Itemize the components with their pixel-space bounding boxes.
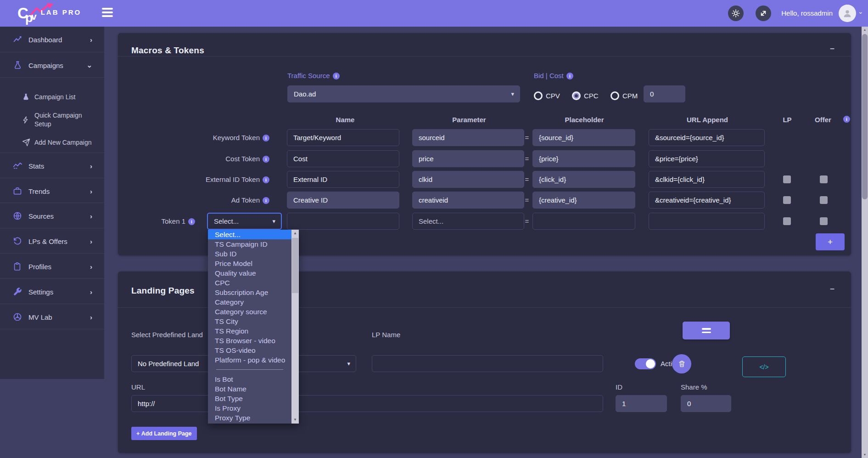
- token-name-input[interactable]: [287, 213, 399, 230]
- collapse-panel-button[interactable]: −: [827, 284, 837, 294]
- token-parameter-input[interactable]: [412, 192, 524, 209]
- token-name-input[interactable]: [287, 171, 399, 188]
- dropdown-option[interactable]: Bot Type: [208, 394, 291, 403]
- dropdown-option[interactable]: Category source: [208, 307, 291, 317]
- dropdown-option[interactable]: Category: [208, 297, 291, 307]
- sidebar-item-lps-offers[interactable]: LPs & Offers ›: [0, 228, 104, 254]
- reorder-landing-pages-button[interactable]: [683, 322, 730, 339]
- radio-cpv-label[interactable]: CPV: [546, 92, 560, 100]
- share-percent-input[interactable]: [681, 395, 731, 412]
- dropdown-scrollbar[interactable]: ▲ ▼: [291, 230, 299, 424]
- sidebar-item-stats[interactable]: Stats ›: [0, 153, 104, 178]
- radio-cpc[interactable]: [572, 91, 581, 100]
- lp-checkbox[interactable]: [783, 217, 791, 225]
- dropdown-option[interactable]: Platform - pop & video: [208, 355, 291, 365]
- sidebar-item-sources[interactable]: Sources ›: [0, 203, 104, 228]
- bid-value-input[interactable]: [644, 85, 685, 102]
- dropdown-option[interactable]: TS OS-video: [208, 345, 291, 355]
- token-url-append-input[interactable]: [649, 192, 765, 209]
- dropdown-option[interactable]: Price Model: [208, 259, 291, 268]
- lp-checkbox[interactable]: [783, 196, 791, 204]
- token-url-append-input[interactable]: [649, 213, 765, 230]
- info-icon[interactable]: i: [843, 116, 850, 123]
- sidebar-item-campaign-list[interactable]: Campaign List: [0, 87, 104, 107]
- sidebar-item-mv-lab[interactable]: MV Lab ›: [0, 304, 104, 329]
- avatar[interactable]: [839, 5, 856, 22]
- collapse-panel-button[interactable]: −: [827, 44, 837, 54]
- info-icon[interactable]: i: [566, 73, 573, 79]
- offer-checkbox[interactable]: [820, 196, 828, 204]
- user-menu-chevron-down-icon[interactable]: ⌄: [858, 8, 863, 15]
- lp-checkbox[interactable]: [783, 175, 791, 183]
- token-type-select[interactable]: Select... ▾: [207, 213, 282, 230]
- dropdown-option[interactable]: Sub ID: [208, 249, 291, 259]
- token-url-append-input[interactable]: [649, 129, 765, 146]
- theme-toggle-button[interactable]: [728, 6, 744, 21]
- dropdown-option[interactable]: Subscription Age: [208, 288, 291, 297]
- add-token-button[interactable]: +: [816, 233, 845, 250]
- sidebar-item-settings[interactable]: Settings ›: [0, 279, 104, 304]
- lp-name-input[interactable]: [372, 355, 603, 372]
- dropdown-option-selected[interactable]: Select...: [208, 230, 291, 239]
- token-parameter-input[interactable]: [412, 129, 524, 146]
- dropdown-option[interactable]: CPC: [208, 278, 291, 288]
- scroll-up-icon[interactable]: ▲: [862, 27, 868, 33]
- lp-code-button[interactable]: </>: [742, 356, 786, 377]
- scroll-down-icon[interactable]: ▼: [291, 416, 299, 424]
- sidebar-item-add-new-campaign[interactable]: Add New Campaign: [0, 132, 104, 153]
- token-placeholder-input[interactable]: [532, 213, 635, 230]
- sidebar-item-profiles[interactable]: Profiles ›: [0, 254, 104, 279]
- token-placeholder-input[interactable]: [532, 171, 635, 188]
- lp-url-input[interactable]: [131, 395, 603, 412]
- dropdown-option[interactable]: TS Campaign ID: [208, 239, 291, 249]
- radio-cpv[interactable]: [534, 91, 543, 100]
- token-placeholder-input[interactable]: [532, 129, 635, 146]
- radio-cpm-label[interactable]: CPM: [622, 92, 638, 100]
- add-landing-page-button[interactable]: + Add Landing Page: [131, 427, 197, 440]
- page-scrollbar[interactable]: ▲ ▼: [862, 27, 868, 458]
- dropdown-option[interactable]: Is Proxy: [208, 403, 291, 413]
- token-parameter-input[interactable]: [412, 150, 524, 167]
- info-icon[interactable]: i: [263, 156, 269, 163]
- dropdown-option[interactable]: Proxy Type: [208, 413, 291, 423]
- sidebar-item-campaigns[interactable]: Campaigns ⌄: [0, 52, 104, 78]
- page-scrollbar-thumb[interactable]: [862, 34, 868, 199]
- dropdown-option[interactable]: Is Bot: [208, 374, 291, 384]
- fullscreen-button[interactable]: [756, 6, 771, 21]
- token-url-append-input[interactable]: [649, 171, 765, 188]
- info-icon[interactable]: i: [333, 73, 340, 79]
- info-icon[interactable]: i: [263, 135, 269, 141]
- dropdown-option[interactable]: Quality value: [208, 268, 291, 278]
- dropdown-option[interactable]: TS Browser - video: [208, 336, 291, 345]
- cpv-lab-pro-logo[interactable]: C p v LAB PRO: [17, 3, 81, 24]
- token-name-input[interactable]: [287, 129, 399, 146]
- dropdown-option[interactable]: TS City: [208, 317, 291, 326]
- delete-landing-page-button[interactable]: [672, 354, 691, 373]
- info-icon[interactable]: i: [188, 218, 195, 225]
- dropdown-scrollbar-thumb[interactable]: [292, 238, 298, 293]
- sidebar-item-quick-campaign-setup[interactable]: Quick Campaign Setup: [0, 108, 104, 132]
- lp-id-input[interactable]: [616, 395, 667, 412]
- info-icon[interactable]: i: [263, 176, 269, 183]
- offer-checkbox[interactable]: [820, 217, 828, 225]
- token-name-input[interactable]: [287, 150, 399, 167]
- token-placeholder-input[interactable]: [532, 192, 635, 209]
- token-url-append-input[interactable]: [649, 150, 765, 167]
- token-name-input[interactable]: [287, 192, 399, 209]
- sidebar-item-dashboard[interactable]: Dashboard ›: [0, 27, 104, 52]
- radio-cpc-label[interactable]: CPC: [584, 92, 599, 100]
- offer-checkbox[interactable]: [820, 175, 828, 183]
- sidebar-item-trends[interactable]: Trends ›: [0, 178, 104, 204]
- active-toggle[interactable]: [635, 358, 656, 369]
- scroll-down-icon[interactable]: ▼: [862, 452, 868, 458]
- scroll-up-icon[interactable]: ▲: [291, 230, 299, 237]
- traffic-source-select[interactable]: Dao.ad ▾: [287, 85, 520, 102]
- token-parameter-input[interactable]: [412, 171, 524, 188]
- token-placeholder-input[interactable]: [532, 150, 635, 167]
- radio-cpm[interactable]: [610, 91, 619, 100]
- dropdown-option[interactable]: TS Region: [208, 326, 291, 336]
- token-parameter-select[interactable]: [412, 213, 524, 230]
- info-icon[interactable]: i: [263, 197, 269, 204]
- dropdown-option[interactable]: Bot Name: [208, 384, 291, 394]
- sidebar-toggle-hamburger-icon[interactable]: [102, 8, 114, 19]
